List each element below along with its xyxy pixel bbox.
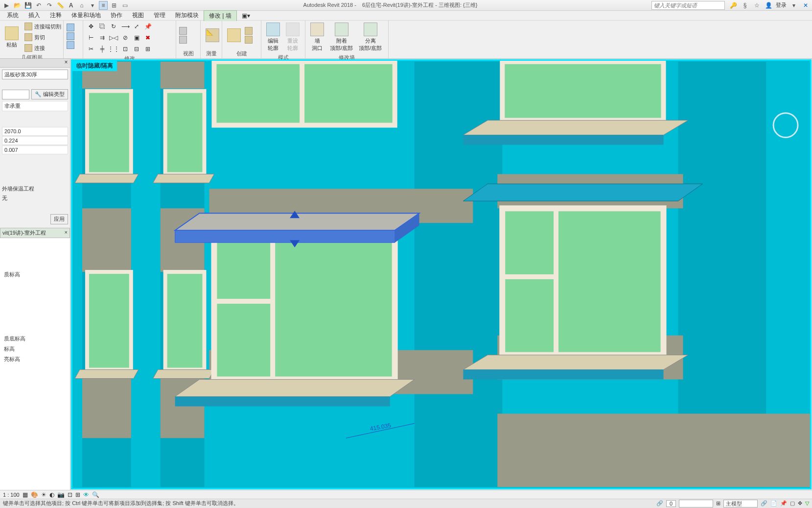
shadows-icon[interactable]: ◐ xyxy=(49,491,54,498)
drag-icon[interactable]: ✥ xyxy=(798,500,802,507)
close-hidden-icon[interactable]: ⊞ xyxy=(110,1,118,10)
redo-icon[interactable]: ↷ xyxy=(45,1,54,10)
tab-view[interactable]: 视图 xyxy=(127,10,149,21)
browser-node[interactable]: 质标高 xyxy=(2,269,68,280)
main-model-dropdown[interactable]: 主模型 xyxy=(723,500,758,508)
scale-selector[interactable]: 1 : 100 xyxy=(3,492,20,498)
crop-region-icon[interactable]: ⊞ xyxy=(75,491,80,498)
create-similar-icon[interactable] xyxy=(245,27,253,35)
cope-button[interactable]: 连接端切割 xyxy=(23,22,63,31)
text-icon[interactable]: A xyxy=(67,1,75,10)
create-group-icon[interactable] xyxy=(245,36,253,44)
split-icon[interactable]: ╪ xyxy=(97,44,107,54)
filter-dropdown[interactable] xyxy=(2,90,29,99)
home-icon[interactable]: ⌂ xyxy=(77,1,86,10)
measure-button[interactable]: 📐 xyxy=(204,27,221,43)
favorite-icon[interactable]: ☆ xyxy=(752,1,761,10)
copy-icon[interactable]: ⿻ xyxy=(97,22,107,31)
tab-collaborate[interactable]: 协作 xyxy=(106,10,127,21)
tool-icon[interactable] xyxy=(67,41,74,49)
undo-icon[interactable]: ↶ xyxy=(34,1,43,10)
measure-icon[interactable]: 📏 xyxy=(56,1,65,10)
crop-icon[interactable]: ⊡ xyxy=(68,491,72,498)
prop-value[interactable]: 2070.0 xyxy=(2,127,68,136)
move-icon[interactable]: ✥ xyxy=(86,22,96,31)
browser-node[interactable]: 质底标高 xyxy=(2,334,68,344)
visual-style-icon[interactable]: 🎨 xyxy=(31,491,38,498)
select-links-icon[interactable]: 🔗 xyxy=(761,500,767,507)
cut-button[interactable]: 剪切 xyxy=(23,32,63,42)
extend-icon[interactable]: ⟶ xyxy=(120,22,130,31)
design-options-icon[interactable]: ⊞ xyxy=(716,500,720,507)
tab-addins[interactable]: 附加模块 xyxy=(170,10,204,21)
rendering-icon[interactable]: 📷 xyxy=(57,491,65,498)
scale-icon[interactable]: ⤢ xyxy=(132,22,141,31)
array-icon[interactable]: ⋮⋮ xyxy=(109,44,118,54)
detail-icon[interactable]: ⊟ xyxy=(132,44,141,54)
exchange-icon[interactable]: ✕ xyxy=(801,1,810,10)
pin-icon[interactable]: 📌 xyxy=(143,22,153,31)
filter-icon[interactable]: ▽ xyxy=(805,500,809,507)
reveal-icon[interactable]: 🔍 xyxy=(92,491,99,498)
detail-level-icon[interactable]: ▦ xyxy=(23,491,28,498)
rotate-icon[interactable]: ↻ xyxy=(109,22,118,31)
user-icon[interactable]: 👤 xyxy=(764,1,773,10)
select-pinned-icon[interactable]: 📌 xyxy=(780,500,787,507)
nav-wheel-icon[interactable] xyxy=(773,113,798,138)
selected-element[interactable] xyxy=(175,211,419,247)
app-menu-icon[interactable]: ▶ xyxy=(2,1,11,10)
tab-massing[interactable]: 体量和场地 xyxy=(67,10,106,21)
browser-node[interactable]: 标高 xyxy=(2,344,68,354)
tab-insert[interactable]: 插入 xyxy=(23,10,45,21)
override-icon[interactable] xyxy=(179,36,187,44)
tab-modify-wall[interactable]: 修改 | 墙 xyxy=(204,10,237,21)
sun-path-icon[interactable]: ☀ xyxy=(41,491,46,498)
dimension[interactable]: 415.035 xyxy=(346,422,415,438)
group-icon[interactable]: ▣ xyxy=(132,33,141,43)
apply-button[interactable]: 应用 xyxy=(50,214,68,224)
edit-type-button[interactable]: 🔧 编辑类型 xyxy=(31,89,68,99)
more-icon[interactable]: ▾ xyxy=(88,1,97,10)
delete-icon[interactable]: ✖ xyxy=(143,33,153,43)
search-input[interactable] xyxy=(651,1,725,10)
subscription-icon[interactable]: 🔑 xyxy=(729,1,738,10)
viewport-3d[interactable]: 临时隐藏/隔离 xyxy=(71,59,812,489)
thin-lines-icon[interactable]: ≡ xyxy=(99,1,108,10)
login-label[interactable]: 登录 xyxy=(776,1,787,9)
attach-button[interactable]: 附着 顶部/底部 xyxy=(328,22,355,53)
browser-node[interactable]: 亮标高 xyxy=(2,354,68,364)
switch-windows-icon[interactable]: ▭ xyxy=(120,1,129,10)
select-face-icon[interactable]: ▢ xyxy=(790,500,795,507)
tab-manage[interactable]: 管理 xyxy=(149,10,170,21)
align-icon[interactable]: ⊢ xyxy=(86,33,96,43)
model-view[interactable]: 415.035 xyxy=(72,61,810,488)
detach-button[interactable]: 分离 顶部/底部 xyxy=(357,22,384,53)
detail-icon[interactable]: ⊡ xyxy=(120,44,130,54)
tool-icon[interactable] xyxy=(67,32,74,40)
offset-icon[interactable]: ⇉ xyxy=(97,33,107,43)
workset-icon[interactable]: 🔗 xyxy=(656,500,663,507)
tab-system[interactable]: 系统 xyxy=(2,10,23,21)
tab-annotate[interactable]: 注释 xyxy=(45,10,67,21)
type-selector[interactable]: 温板砂浆30厚 xyxy=(2,70,68,79)
wall-opening-button[interactable]: 墙 洞口 xyxy=(308,22,326,53)
trim-icon[interactable]: ✂ xyxy=(86,44,96,54)
create-button[interactable] xyxy=(225,27,243,43)
help-dropdown-icon[interactable]: ▾ xyxy=(789,1,798,10)
editable-only-dropdown[interactable] xyxy=(679,500,713,508)
structural-value[interactable]: 非承重 xyxy=(2,101,68,111)
project-browser[interactable]: 质标高 质底标高 标高 亮标高 xyxy=(0,238,70,490)
close-icon[interactable]: × xyxy=(65,229,68,237)
mirror-icon[interactable]: ▷◁ xyxy=(109,33,118,43)
temp-hide-icon[interactable]: 👁 xyxy=(83,491,89,498)
a360-icon[interactable]: § xyxy=(741,1,749,10)
unpin-icon[interactable]: ⊘ xyxy=(120,33,130,43)
tab-overflow-icon[interactable]: ▣▾ xyxy=(237,11,255,20)
prop-value[interactable]: 0.007 xyxy=(2,145,68,154)
save-icon[interactable]: 💾 xyxy=(23,1,32,10)
join-button[interactable]: 连接 xyxy=(23,43,63,53)
hide-icon[interactable] xyxy=(179,27,187,35)
edit-profile-button[interactable]: 编辑 轮廓 xyxy=(264,22,282,53)
tool-icon[interactable] xyxy=(67,24,74,31)
paste-button[interactable]: 粘贴 xyxy=(3,25,21,49)
